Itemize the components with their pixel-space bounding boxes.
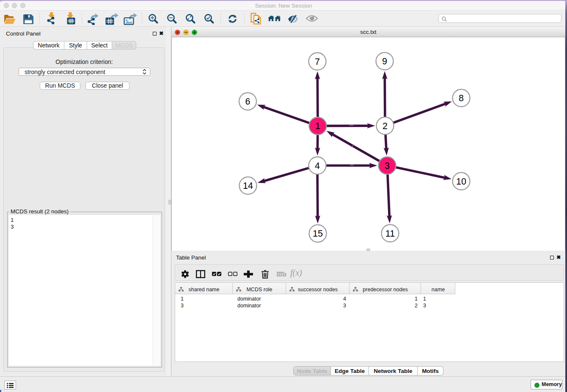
svg-text:14: 14	[243, 181, 253, 191]
svg-text:9: 9	[382, 56, 387, 66]
svg-text:15: 15	[313, 229, 323, 239]
svg-text:6: 6	[245, 97, 250, 107]
svg-text:3: 3	[385, 161, 390, 171]
svg-text:11: 11	[385, 229, 395, 239]
svg-text:2: 2	[383, 121, 388, 131]
svg-text:1: 1	[315, 121, 320, 131]
svg-text:4: 4	[315, 161, 320, 171]
svg-text:10: 10	[456, 177, 466, 187]
svg-text:7: 7	[315, 57, 320, 67]
svg-text:8: 8	[459, 93, 464, 103]
